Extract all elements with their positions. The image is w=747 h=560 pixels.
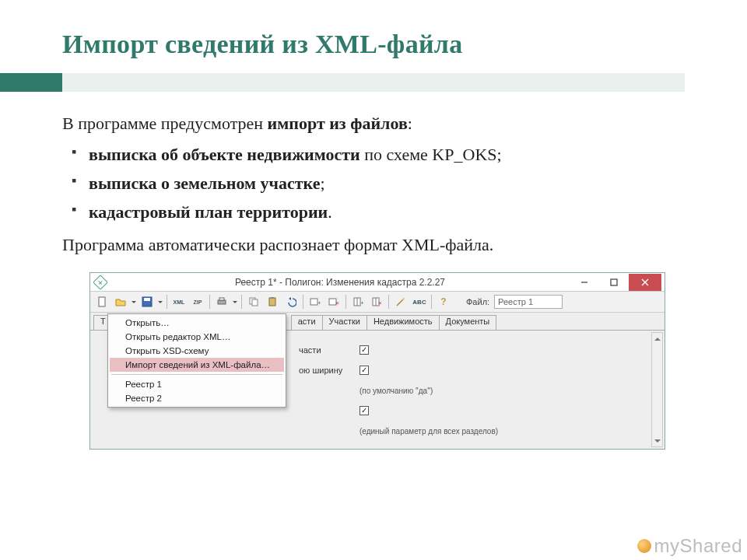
minimize-button[interactable] [570,274,599,291]
svg-rect-5 [219,298,224,300]
open-dropdown-arrow[interactable] [131,299,137,306]
menu-reestr-2[interactable]: Реестр 2 [110,391,284,405]
row2-hint: (по умолчанию ''да'') [359,387,433,395]
delete-row-button[interactable]: × [325,294,342,310]
separator-icon [241,295,242,309]
zip-button[interactable]: ZIP [189,294,206,310]
svg-rect-4 [218,300,226,304]
svg-point-20 [403,298,405,300]
separator-icon [345,295,346,309]
menu-open-xml-editor[interactable]: Открыть редактор XML… [110,330,284,344]
svg-rect-0 [611,279,617,285]
xml-button[interactable]: XML [170,294,188,310]
tab-docs[interactable]: Документы [439,315,497,330]
titlebar[interactable]: Реестр 1* - Полигон: Изменения кадастра … [90,273,665,292]
watermark-icon [637,539,651,553]
help-button[interactable]: ? [435,294,452,310]
svg-rect-9 [271,297,274,299]
bullet-2: выписка о земельном участке; [89,170,693,197]
intro-line: В программе предусмотрен импорт из файло… [62,110,693,137]
slide-title: Импорт сведений из XML-файла [62,30,693,59]
close-button[interactable] [629,274,661,291]
app-icon [93,275,108,290]
toolbar: XML ZIP + × + × ABC ? Файл: Реестр 1 [90,292,665,313]
separator-icon [431,295,432,309]
svg-text:+: + [360,299,363,306]
app-window: Реестр 1* - Полигон: Изменения кадастра … [89,272,665,450]
svg-rect-10 [310,299,317,305]
row2-checkbox[interactable] [359,366,369,375]
slide-body: В программе предусмотрен импорт из файло… [62,110,693,258]
intro-prefix: В программе предусмотрен [62,114,268,133]
file-label: Файл: [466,297,489,306]
menu-reestr-1[interactable]: Реестр 1 [110,377,284,391]
watermark-text: myShared [654,535,742,557]
accent-bar [0,73,685,92]
open-file-button[interactable] [112,294,129,310]
tab-plots[interactable]: Участки [322,315,367,330]
window-title: Реестр 1* - Полигон: Изменения кадастра … [110,277,570,288]
spellcheck-button[interactable]: ABC [411,294,428,310]
wand-button[interactable] [392,294,409,310]
row3-checkbox[interactable] [359,406,369,415]
separator-icon [167,295,167,309]
bullet-1-bold: выписка об объекте недвижимости [89,145,360,164]
separator-icon [388,295,389,309]
save-dropdown-arrow[interactable] [157,299,163,306]
row3-hint: (единый параметр для всех разделов) [359,427,498,436]
new-file-button[interactable] [93,294,110,310]
menu-open[interactable]: Открыть… [110,316,284,330]
separator-icon [209,295,210,309]
bullet-3: кадастровый план территории. [89,199,693,226]
svg-text:+: + [317,299,321,306]
svg-rect-3 [144,298,150,301]
maximize-button[interactable] [599,274,629,291]
watermark: myShared [637,535,742,557]
svg-text:×: × [378,299,382,306]
svg-text:×: × [335,299,339,306]
tab-areas[interactable]: асти [291,315,323,330]
bullet-3-rest: . [328,202,332,222]
content-area: Открыть… Открыть редактор XML… Открыть X… [90,330,665,449]
menu-import-xml[interactable]: Импорт сведений из XML-файла… [110,358,284,372]
print-button[interactable] [213,294,230,310]
add-col-button[interactable]: + [349,294,366,310]
save-button[interactable] [139,294,156,310]
print-dropdown-arrow[interactable] [232,299,238,306]
bullet-2-rest: ; [320,173,324,193]
svg-rect-8 [269,298,275,306]
menu-open-xsd[interactable]: Открыть XSD-схему [110,344,284,358]
row1-checkbox[interactable] [359,345,369,355]
svg-rect-1 [99,297,105,306]
scroll-up-icon[interactable] [652,333,662,344]
add-row-button[interactable]: + [307,294,324,310]
row2-label: ою ширину [299,366,353,375]
open-dropdown-menu: Открыть… Открыть редактор XML… Открыть X… [107,313,286,408]
bullet-2-bold: выписка о земельном участке [89,173,320,193]
file-name-field[interactable]: Реестр 1 [494,295,563,309]
intro-bold: импорт из файлов [268,114,408,133]
vertical-scrollbar[interactable] [651,332,663,447]
bullet-3-bold: кадастровый план территории [89,202,328,222]
paste-button[interactable] [264,294,281,310]
undo-button[interactable] [282,294,300,310]
row1-label: части [299,345,353,355]
tab-realty[interactable]: Недвижимость [366,315,440,330]
bullet-1: выписка об объекте недвижимости по схеме… [89,142,693,168]
svg-rect-7 [252,299,258,306]
copy-button[interactable] [245,294,262,310]
menu-separator [111,374,282,375]
bullet-1-rest: по схеме KP_OKS; [360,145,502,164]
separator-icon [303,295,303,309]
scroll-down-icon[interactable] [652,436,662,446]
delete-col-button[interactable]: × [368,294,385,310]
intro-suffix: : [408,114,412,133]
outro-line: Программа автоматически распознает форма… [62,232,693,258]
